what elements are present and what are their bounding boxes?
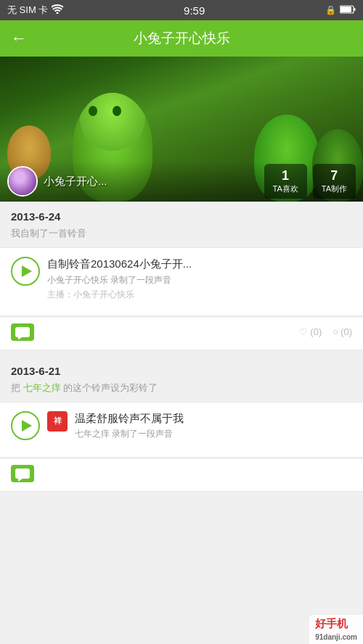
back-button[interactable]: ← xyxy=(11,29,27,48)
feed-date-1: 2013-6-24 xyxy=(0,202,363,227)
divider-1 xyxy=(0,350,363,356)
svg-rect-1 xyxy=(340,7,351,12)
audio-card-1: 自制铃音20130624小兔子开... 小兔子开心快乐 录制了一段声音 主播：小… xyxy=(0,247,363,316)
stat-made-label: TA制作 xyxy=(322,183,347,194)
status-time: 9:59 xyxy=(184,4,205,17)
wifi-icon xyxy=(52,4,63,16)
feed-text-1: 我自制了一首铃音 xyxy=(0,227,363,247)
status-right: 🔒 xyxy=(325,5,356,16)
feed-actions-1: ♡ (0) ○ (0) xyxy=(0,318,363,350)
audio-badge-2: 祥 xyxy=(47,411,68,432)
avatar xyxy=(7,166,38,197)
page-title: 小兔子开心快乐 xyxy=(38,29,325,48)
audio-sub-1: 小兔子开心快乐 录制了一段声音 xyxy=(47,274,352,286)
profile-row: 小兔子开心... 1 TA喜欢 7 TA制作 xyxy=(0,161,363,202)
feed-text-2: 把 七年之痒 的这个铃声设为彩铃了 xyxy=(0,381,363,402)
feed-text-prefix: 把 xyxy=(11,382,23,393)
feed-text-suffix: 的这个铃声设为彩铃了 xyxy=(61,382,158,393)
play-triangle-icon-2 xyxy=(22,420,32,432)
feed-item-2: 2013-6-21 把 七年之痒 的这个铃声设为彩铃了 祥 温柔舒服铃声不属于我… xyxy=(0,356,363,492)
audio-info-1: 自制铃音20130624小兔子开... 小兔子开心快乐 录制了一段声音 主播：小… xyxy=(47,257,352,301)
watermark-main: 好手机 xyxy=(315,617,348,629)
profile-stats: 1 TA喜欢 7 TA制作 xyxy=(264,164,356,199)
status-left: 无 SIM 卡 xyxy=(7,4,63,17)
profile-name: 小兔子开心... xyxy=(44,175,107,189)
action-right-1: ♡ (0) ○ (0) xyxy=(299,326,352,337)
audio-title-2: 温柔舒服铃声不属于我 xyxy=(75,411,352,426)
play-button-2[interactable] xyxy=(11,411,40,440)
stat-box-likes[interactable]: 1 TA喜欢 xyxy=(264,164,307,199)
audio-sub-2: 七年之痒 录制了一段声音 xyxy=(75,428,352,440)
comment-action-1[interactable]: ○ (0) xyxy=(333,326,352,337)
audio-info-2: 温柔舒服铃声不属于我 七年之痒 录制了一段声音 xyxy=(75,411,352,443)
watermark-sub: 91danji.com xyxy=(315,633,357,641)
like-action-1[interactable]: ♡ (0) xyxy=(299,326,322,337)
feed-link[interactable]: 七年之痒 xyxy=(23,382,61,393)
status-bar: 无 SIM 卡 9:59 🔒 xyxy=(0,0,363,20)
stat-likes-label: TA喜欢 xyxy=(273,183,298,194)
svg-rect-2 xyxy=(354,8,355,11)
header: ← 小兔子开心快乐 xyxy=(0,20,363,57)
battery-icon xyxy=(340,5,356,16)
share-icon[interactable] xyxy=(11,323,34,341)
lock-icon: 🔒 xyxy=(325,5,336,15)
sim-label: 无 SIM 卡 xyxy=(7,4,48,17)
video-banner: 小兔子开心... 1 TA喜欢 7 TA制作 xyxy=(0,57,363,202)
like-count-1: (0) xyxy=(310,326,322,337)
play-triangle-icon xyxy=(22,265,32,277)
comment-count-1: (0) xyxy=(340,326,352,337)
audio-host-1: 主播：小兔子开心快乐 xyxy=(47,289,352,301)
play-button-1[interactable] xyxy=(11,257,40,286)
feed-item-1: 2013-6-24 我自制了一首铃音 自制铃音20130624小兔子开... 小… xyxy=(0,202,363,350)
comment-icon: ○ xyxy=(333,326,338,337)
stat-box-made[interactable]: 7 TA制作 xyxy=(313,164,356,199)
feed-actions-2 xyxy=(0,459,363,492)
watermark: 好手机 91danji.com xyxy=(309,615,363,644)
stat-made-num: 7 xyxy=(322,168,347,183)
feed-date-2: 2013-6-21 xyxy=(0,356,363,381)
heart-icon: ♡ xyxy=(299,326,308,337)
speech-bubble-icon xyxy=(15,327,30,337)
audio-card-2: 祥 温柔舒服铃声不属于我 七年之痒 录制了一段声音 xyxy=(0,402,363,458)
audio-title-1: 自制铃音20130624小兔子开... xyxy=(47,257,352,271)
speech-bubble-icon-2 xyxy=(15,468,30,479)
content-area: 2013-6-24 我自制了一首铃音 自制铃音20130624小兔子开... 小… xyxy=(0,202,363,644)
share-icon-2[interactable] xyxy=(11,465,34,482)
stat-likes-num: 1 xyxy=(273,168,298,183)
